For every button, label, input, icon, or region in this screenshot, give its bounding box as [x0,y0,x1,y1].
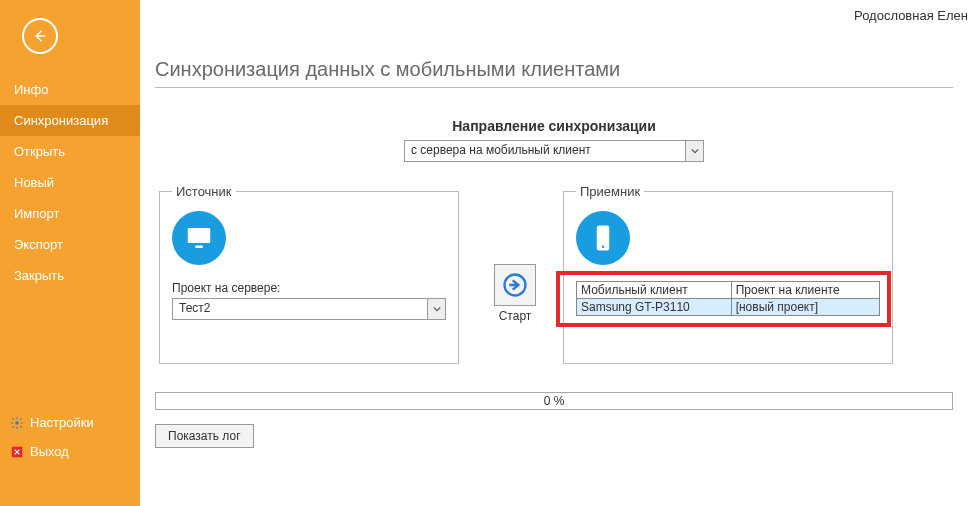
dest-legend: Приемник [576,184,644,199]
content: Родословная Елен Синхронизация данных с … [140,0,968,506]
source-project-select[interactable]: Тест2 [172,298,446,320]
chevron-down-icon [427,299,445,319]
svg-point-6 [602,246,605,249]
sidebar-item-new[interactable]: Новый [0,167,140,198]
sidebar-item-open[interactable]: Открыть [0,136,140,167]
sidebar-item-close[interactable]: Закрыть [0,260,140,291]
sidebar-exit[interactable]: Выход [0,437,140,466]
dest-row-client: Samsung GT-P3110 [577,299,732,316]
sidebar-settings[interactable]: Настройки [0,408,140,437]
svg-rect-2 [188,228,211,243]
exit-label: Выход [30,444,69,459]
back-button[interactable] [22,18,58,54]
dest-col-client: Мобильный клиент [577,282,732,299]
page-title: Синхронизация данных с мобильными клиент… [155,58,953,88]
arrow-right-circle-icon [501,271,529,299]
settings-label: Настройки [30,415,94,430]
close-icon [10,445,24,459]
progress-bar: 0 % [155,392,953,410]
dest-row-project: [новый проект] [731,299,879,316]
sidebar-item-info[interactable]: Инфо [0,74,140,105]
direction-label: Направление синхронизации [155,118,953,134]
dest-col-project: Проект на клиенте [731,282,879,299]
monitor-icon [172,211,226,265]
start-button[interactable] [494,264,536,306]
sidebar-item-sync[interactable]: Синхронизация [0,105,140,136]
sidebar-item-import[interactable]: Импорт [0,198,140,229]
dest-table[interactable]: Мобильный клиент Проект на клиенте Samsu… [576,281,880,316]
sidebar-item-export[interactable]: Экспорт [0,229,140,260]
direction-select[interactable]: с сервера на мобильный клиент [404,140,704,162]
direction-row: Направление синхронизации с сервера на м… [155,118,953,162]
table-header-row: Мобильный клиент Проект на клиенте [577,282,880,299]
gear-icon [10,416,24,430]
phone-icon [576,211,630,265]
back-arrow-icon [31,27,49,45]
start-label: Старт [499,309,532,323]
progress-text: 0 % [544,394,565,408]
panels: Источник Проект на сервере: Тест2 Старт … [155,184,953,364]
direction-value: с сервера на мобильный клиент [411,143,591,157]
table-row[interactable]: Samsung GT-P3110 [новый проект] [577,299,880,316]
sidebar: Инфо Синхронизация Открыть Новый Импорт … [0,0,140,506]
source-legend: Источник [172,184,236,199]
header-title: Родословная Елен [854,8,968,23]
source-project-value: Тест2 [179,301,211,315]
sidebar-bottom: Настройки Выход [0,408,140,466]
svg-rect-3 [195,246,203,249]
dest-fieldset: Приемник Мобильный клиент Проект на клие… [563,184,893,364]
chevron-down-icon [685,141,703,161]
source-project-label: Проект на сервере: [172,281,446,295]
start-wrap: Старт [487,264,543,323]
svg-point-0 [15,421,19,425]
sidebar-nav: Инфо Синхронизация Открыть Новый Импорт … [0,74,140,291]
show-log-button[interactable]: Показать лог [155,424,254,448]
source-fieldset: Источник Проект на сервере: Тест2 [159,184,459,364]
